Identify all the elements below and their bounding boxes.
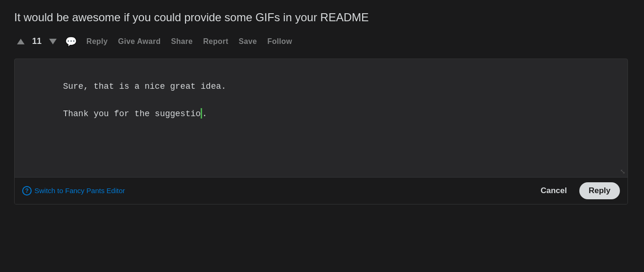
editor-line2-post-cursor: .	[202, 109, 207, 119]
comment-section: It would be awesome if you could provide…	[14, 9, 628, 204]
comment-bubble-icon: 💬	[65, 36, 77, 47]
report-button[interactable]: Report	[199, 35, 232, 48]
footer-actions: Cancel Reply	[533, 182, 620, 199]
follow-button[interactable]: Follow	[263, 35, 296, 48]
cancel-button[interactable]: Cancel	[533, 182, 575, 199]
comment-bubble-button[interactable]: 💬	[62, 34, 80, 49]
reply-submit-button[interactable]: Reply	[579, 182, 620, 199]
switch-editor-button[interactable]: ? Switch to Fancy Pants Editor	[22, 186, 125, 196]
give-award-button[interactable]: Give Award	[114, 35, 164, 48]
downvote-icon	[49, 39, 57, 44]
vote-count: 11	[30, 36, 43, 46]
save-button[interactable]: Save	[235, 35, 261, 48]
share-button[interactable]: Share	[167, 35, 196, 48]
editor-text-display[interactable]: Sure, that is a nice great idea. Thank y…	[22, 67, 620, 135]
resize-handle[interactable]: ⤡	[620, 168, 626, 175]
switch-editor-label: Switch to Fancy Pants Editor	[34, 187, 125, 195]
editor-footer: ? Switch to Fancy Pants Editor Cancel Re…	[15, 177, 627, 204]
editor-line2-pre-cursor: Thank you for the suggestio	[63, 109, 201, 119]
editor-content: Sure, that is a nice great idea. Thank y…	[15, 59, 627, 177]
upvote-icon	[17, 39, 25, 44]
help-icon: ?	[22, 186, 32, 196]
downvote-button[interactable]	[46, 37, 59, 46]
reply-button[interactable]: Reply	[83, 35, 111, 48]
comment-text: It would be awesome if you could provide…	[14, 9, 628, 26]
editor-line1: Sure, that is a nice great idea.	[63, 82, 226, 91]
upvote-button[interactable]	[14, 37, 27, 46]
action-bar: 11 💬 Reply Give Award Share Report Save …	[14, 34, 628, 49]
reply-editor: Sure, that is a nice great idea. Thank y…	[14, 59, 628, 204]
